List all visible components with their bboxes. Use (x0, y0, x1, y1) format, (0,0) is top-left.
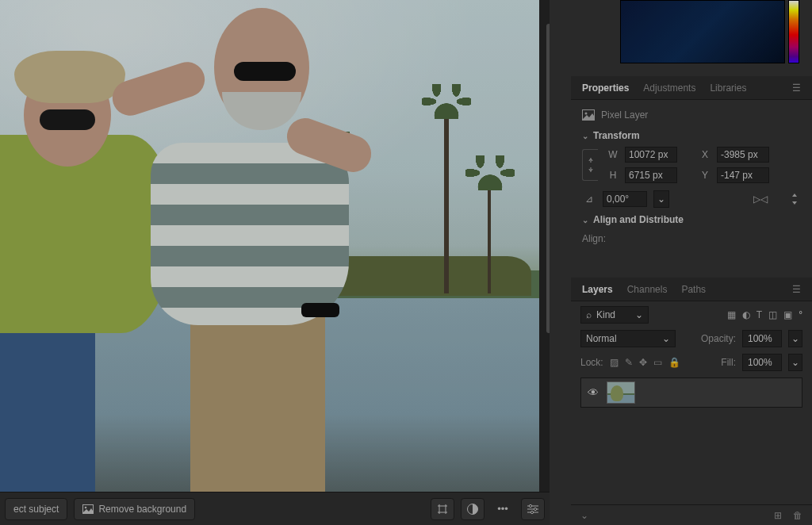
panel-menu-icon[interactable]: ☰ (792, 82, 801, 94)
layer-row[interactable]: 👁 (580, 377, 802, 408)
right-panel: Properties Adjustments Libraries ☰ Pixel… (571, 0, 812, 525)
lock-artboard-icon[interactable]: ▭ (653, 357, 662, 368)
fill-stepper[interactable]: ⌄ (788, 354, 802, 371)
canvas-area[interactable] (0, 0, 550, 492)
canvas-scrollbar[interactable] (546, 0, 550, 492)
lock-all-icon[interactable]: 🔒 (668, 357, 680, 368)
select-subject-label: ect subject (13, 504, 59, 515)
flip-horizontal-icon[interactable]: ▷◁ (753, 194, 768, 205)
filter-kind-select[interactable]: ⌕ Kind ⌄ (580, 306, 649, 324)
opacity-label: Opacity: (701, 333, 736, 344)
rotation-input[interactable] (603, 191, 647, 207)
y-input[interactable] (717, 167, 769, 183)
flip-vertical-icon[interactable] (788, 194, 801, 205)
align-header[interactable]: ⌄Align and Distribute (582, 214, 801, 225)
visibility-eye-icon[interactable]: 👁 (588, 386, 599, 399)
chevron-down-icon: ⌄ (635, 309, 643, 320)
tab-properties[interactable]: Properties (582, 82, 629, 94)
search-icon: ⌕ (586, 309, 592, 320)
chevron-down-icon: ⌄ (582, 216, 588, 224)
properties-panel-body: Pixel Layer ⌄Transform W X H (571, 100, 812, 254)
panel-menu-icon[interactable]: ☰ (792, 284, 801, 295)
sliders-icon[interactable] (521, 498, 545, 520)
rotation-stepper[interactable]: ⌄ (653, 190, 669, 208)
remove-background-label: Remove background (98, 504, 186, 515)
filter-type-icon[interactable]: T (756, 309, 762, 320)
filter-shape-icon[interactable]: ◫ (768, 309, 777, 320)
chevron-down-icon: ⌄ (662, 333, 670, 344)
chevron-down-icon[interactable]: ⌄ (580, 510, 588, 521)
svg-point-5 (534, 508, 536, 510)
color-picker-field[interactable] (620, 0, 785, 63)
svg-point-8 (585, 113, 588, 115)
more-options-button[interactable]: ••• (491, 498, 515, 520)
opacity-input[interactable]: 100% (742, 330, 782, 347)
fill-input[interactable]: 100% (742, 354, 782, 371)
angle-icon: ⊿ (582, 194, 596, 205)
width-input[interactable] (625, 147, 677, 163)
link-dimensions-button[interactable] (582, 149, 598, 181)
layers-panel-footer: ⌄ ⊞ 🗑 (571, 504, 812, 525)
fill-label: Fill: (721, 357, 736, 368)
select-subject-button[interactable]: ect subject (5, 498, 67, 520)
pixel-layer-label: Pixel Layer (601, 109, 648, 121)
pixel-layer-icon (582, 109, 595, 121)
properties-panel-tabs: Properties Adjustments Libraries ☰ (571, 76, 812, 100)
contextual-task-bar: ect subject Remove background ••• (0, 492, 550, 525)
tab-channels[interactable]: Channels (627, 284, 668, 295)
transform-header[interactable]: ⌄Transform (582, 130, 801, 141)
filter-toggle-icon[interactable]: ° (799, 309, 802, 320)
width-label: W (607, 149, 619, 160)
lock-transparency-icon[interactable]: ▨ (610, 357, 619, 368)
layer-thumbnail[interactable] (607, 381, 635, 404)
lock-brush-icon[interactable]: ✎ (625, 357, 633, 368)
svg-point-6 (530, 511, 533, 513)
svg-point-1 (85, 506, 87, 508)
filter-adjust-icon[interactable]: ◐ (742, 309, 750, 320)
remove-background-button[interactable]: Remove background (74, 498, 195, 520)
y-label: Y (699, 170, 710, 181)
height-input[interactable] (625, 167, 677, 183)
tab-adjustments[interactable]: Adjustments (643, 82, 695, 94)
hue-slider[interactable] (788, 0, 799, 63)
x-input[interactable] (717, 147, 769, 163)
tab-libraries[interactable]: Libraries (710, 82, 746, 94)
height-label: H (607, 170, 619, 181)
chevron-down-icon: ⌄ (582, 132, 588, 140)
delete-layer-icon[interactable]: 🗑 (793, 510, 802, 521)
svg-point-4 (529, 504, 531, 507)
lock-position-icon[interactable]: ✥ (639, 357, 647, 368)
filter-smart-icon[interactable]: ▣ (783, 309, 792, 320)
layers-panel-tabs: Layers Channels Paths ☰ (571, 278, 812, 301)
image-icon (82, 504, 94, 514)
new-layer-icon[interactable]: ⊞ (774, 510, 782, 521)
opacity-stepper[interactable]: ⌄ (788, 330, 802, 347)
layers-panel-body: ⌕ Kind ⌄ ▦ ◐ T ◫ ▣ ° Normal ⌄ (571, 301, 812, 408)
x-label: X (699, 149, 710, 160)
tab-layers[interactable]: Layers (582, 284, 613, 295)
tab-paths[interactable]: Paths (681, 284, 706, 295)
transform-icon[interactable] (431, 498, 454, 520)
lock-label: Lock: (580, 357, 603, 368)
blend-mode-select[interactable]: Normal ⌄ (580, 330, 676, 347)
filter-pixel-icon[interactable]: ▦ (727, 309, 736, 320)
align-label: Align: (582, 233, 606, 244)
adjustment-circle-icon[interactable] (461, 498, 485, 520)
svg-rect-2 (439, 506, 446, 512)
document-image (0, 0, 539, 492)
